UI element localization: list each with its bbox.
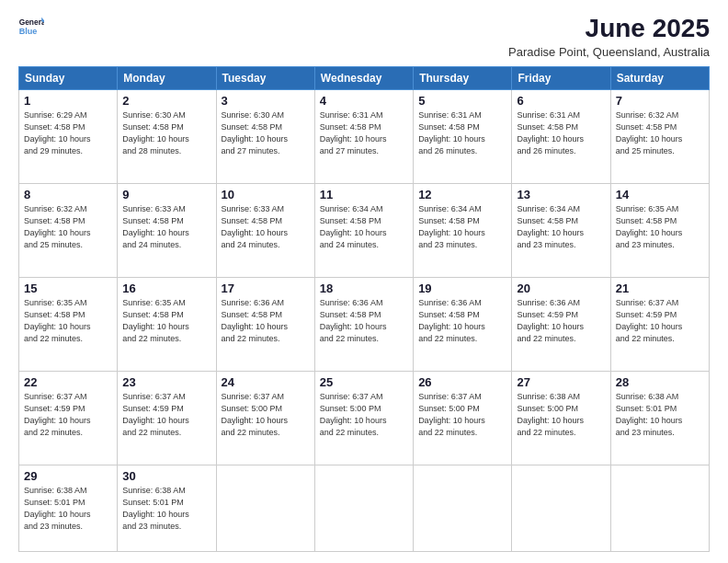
- svg-text:Blue: Blue: [19, 27, 38, 36]
- header: General Blue June 2025 Paradise Point, Q…: [18, 15, 710, 59]
- page: General Blue June 2025 Paradise Point, Q…: [0, 0, 728, 563]
- day-info: Sunrise: 6:33 AMSunset: 4:58 PMDaylight:…: [122, 204, 189, 249]
- day-info: Sunrise: 6:34 AMSunset: 4:58 PMDaylight:…: [418, 204, 485, 249]
- table-row: 19Sunrise: 6:36 AMSunset: 4:58 PMDayligh…: [414, 277, 512, 371]
- day-number: 29: [24, 469, 112, 483]
- header-tuesday: Tuesday: [216, 66, 314, 89]
- day-info: Sunrise: 6:29 AMSunset: 4:58 PMDaylight:…: [24, 110, 91, 155]
- table-row: 29Sunrise: 6:38 AMSunset: 5:01 PMDayligh…: [19, 465, 118, 552]
- day-info: Sunrise: 6:36 AMSunset: 4:58 PMDaylight:…: [320, 298, 387, 343]
- header-sunday: Sunday: [19, 66, 118, 89]
- day-number: 2: [122, 94, 210, 108]
- month-title: June 2025: [508, 15, 710, 43]
- day-number: 21: [616, 282, 704, 295]
- table-row: 18Sunrise: 6:36 AMSunset: 4:58 PMDayligh…: [314, 277, 413, 371]
- table-row: 7Sunrise: 6:32 AMSunset: 4:58 PMDaylight…: [610, 89, 709, 183]
- day-number: 15: [24, 282, 112, 295]
- day-number: 28: [616, 375, 704, 389]
- day-info: Sunrise: 6:38 AMSunset: 5:00 PMDaylight:…: [517, 392, 584, 437]
- table-row: 14Sunrise: 6:35 AMSunset: 4:58 PMDayligh…: [610, 183, 709, 277]
- day-info: Sunrise: 6:30 AMSunset: 4:58 PMDaylight:…: [122, 110, 189, 155]
- day-info: Sunrise: 6:36 AMSunset: 4:58 PMDaylight:…: [418, 298, 485, 343]
- title-block: June 2025 Paradise Point, Queensland, Au…: [508, 15, 710, 59]
- day-info: Sunrise: 6:37 AMSunset: 4:59 PMDaylight:…: [24, 392, 91, 437]
- day-info: Sunrise: 6:38 AMSunset: 5:01 PMDaylight:…: [122, 486, 189, 531]
- day-info: Sunrise: 6:37 AMSunset: 5:00 PMDaylight:…: [222, 392, 289, 437]
- table-row: 10Sunrise: 6:33 AMSunset: 4:58 PMDayligh…: [216, 183, 314, 277]
- table-row: [610, 465, 709, 552]
- table-row: [216, 465, 314, 552]
- day-number: 30: [122, 469, 210, 483]
- day-number: 12: [418, 188, 506, 201]
- calendar-week-row: 1Sunrise: 6:29 AMSunset: 4:58 PMDaylight…: [19, 89, 710, 183]
- table-row: 16Sunrise: 6:35 AMSunset: 4:58 PMDayligh…: [118, 277, 216, 371]
- day-number: 6: [517, 94, 605, 108]
- header-thursday: Thursday: [414, 66, 512, 89]
- day-number: 7: [616, 94, 704, 108]
- day-info: Sunrise: 6:34 AMSunset: 4:58 PMDaylight:…: [517, 204, 584, 249]
- table-row: [314, 465, 413, 552]
- day-info: Sunrise: 6:31 AMSunset: 4:58 PMDaylight:…: [517, 110, 584, 155]
- table-row: [414, 465, 512, 552]
- table-row: 23Sunrise: 6:37 AMSunset: 4:59 PMDayligh…: [118, 371, 216, 465]
- table-row: 24Sunrise: 6:37 AMSunset: 5:00 PMDayligh…: [216, 371, 314, 465]
- header-wednesday: Wednesday: [314, 66, 413, 89]
- day-number: 17: [222, 282, 310, 295]
- day-info: Sunrise: 6:37 AMSunset: 4:59 PMDaylight:…: [616, 298, 683, 343]
- day-number: 14: [616, 188, 704, 201]
- day-number: 22: [24, 375, 112, 389]
- table-row: 25Sunrise: 6:37 AMSunset: 5:00 PMDayligh…: [314, 371, 413, 465]
- calendar-week-row: 15Sunrise: 6:35 AMSunset: 4:58 PMDayligh…: [19, 277, 710, 371]
- table-row: 30Sunrise: 6:38 AMSunset: 5:01 PMDayligh…: [118, 465, 216, 552]
- day-info: Sunrise: 6:37 AMSunset: 5:00 PMDaylight:…: [320, 392, 387, 437]
- table-row: 11Sunrise: 6:34 AMSunset: 4:58 PMDayligh…: [314, 183, 413, 277]
- day-number: 27: [517, 375, 605, 389]
- table-row: 6Sunrise: 6:31 AMSunset: 4:58 PMDaylight…: [512, 89, 610, 183]
- day-number: 4: [320, 94, 408, 108]
- calendar-week-row: 29Sunrise: 6:38 AMSunset: 5:01 PMDayligh…: [19, 465, 710, 552]
- calendar-week-row: 22Sunrise: 6:37 AMSunset: 4:59 PMDayligh…: [19, 371, 710, 465]
- day-info: Sunrise: 6:30 AMSunset: 4:58 PMDaylight:…: [222, 110, 289, 155]
- header-saturday: Saturday: [610, 66, 709, 89]
- day-number: 23: [122, 375, 210, 389]
- day-info: Sunrise: 6:38 AMSunset: 5:01 PMDaylight:…: [24, 486, 91, 531]
- table-row: 22Sunrise: 6:37 AMSunset: 4:59 PMDayligh…: [19, 371, 118, 465]
- day-info: Sunrise: 6:36 AMSunset: 4:58 PMDaylight:…: [222, 298, 289, 343]
- header-monday: Monday: [118, 66, 216, 89]
- table-row: [512, 465, 610, 552]
- day-number: 26: [418, 375, 506, 389]
- calendar-table: Sunday Monday Tuesday Wednesday Thursday…: [18, 66, 710, 552]
- calendar-week-row: 8Sunrise: 6:32 AMSunset: 4:58 PMDaylight…: [19, 183, 710, 277]
- day-number: 16: [122, 282, 210, 295]
- table-row: 15Sunrise: 6:35 AMSunset: 4:58 PMDayligh…: [19, 277, 118, 371]
- day-info: Sunrise: 6:32 AMSunset: 4:58 PMDaylight:…: [616, 110, 683, 155]
- day-number: 3: [222, 94, 310, 108]
- table-row: 27Sunrise: 6:38 AMSunset: 5:00 PMDayligh…: [512, 371, 610, 465]
- day-number: 1: [24, 94, 112, 108]
- logo-icon: General Blue: [18, 15, 44, 40]
- day-info: Sunrise: 6:36 AMSunset: 4:59 PMDaylight:…: [517, 298, 584, 343]
- table-row: 3Sunrise: 6:30 AMSunset: 4:58 PMDaylight…: [216, 89, 314, 183]
- day-info: Sunrise: 6:35 AMSunset: 4:58 PMDaylight:…: [122, 298, 189, 343]
- table-row: 8Sunrise: 6:32 AMSunset: 4:58 PMDaylight…: [19, 183, 118, 277]
- day-info: Sunrise: 6:33 AMSunset: 4:58 PMDaylight:…: [222, 204, 289, 249]
- day-info: Sunrise: 6:37 AMSunset: 4:59 PMDaylight:…: [122, 392, 189, 437]
- day-info: Sunrise: 6:37 AMSunset: 5:00 PMDaylight:…: [418, 392, 485, 437]
- day-number: 24: [222, 375, 310, 389]
- table-row: 4Sunrise: 6:31 AMSunset: 4:58 PMDaylight…: [314, 89, 413, 183]
- location: Paradise Point, Queensland, Australia: [508, 45, 710, 59]
- day-number: 11: [320, 188, 408, 201]
- table-row: 28Sunrise: 6:38 AMSunset: 5:01 PMDayligh…: [610, 371, 709, 465]
- day-number: 8: [24, 188, 112, 201]
- day-number: 10: [222, 188, 310, 201]
- header-friday: Friday: [512, 66, 610, 89]
- day-number: 5: [418, 94, 506, 108]
- day-info: Sunrise: 6:34 AMSunset: 4:58 PMDaylight:…: [320, 204, 387, 249]
- table-row: 21Sunrise: 6:37 AMSunset: 4:59 PMDayligh…: [610, 277, 709, 371]
- table-row: 1Sunrise: 6:29 AMSunset: 4:58 PMDaylight…: [19, 89, 118, 183]
- table-row: 20Sunrise: 6:36 AMSunset: 4:59 PMDayligh…: [512, 277, 610, 371]
- logo: General Blue: [18, 15, 44, 40]
- table-row: 2Sunrise: 6:30 AMSunset: 4:58 PMDaylight…: [118, 89, 216, 183]
- day-number: 18: [320, 282, 408, 295]
- day-info: Sunrise: 6:35 AMSunset: 4:58 PMDaylight:…: [616, 204, 683, 249]
